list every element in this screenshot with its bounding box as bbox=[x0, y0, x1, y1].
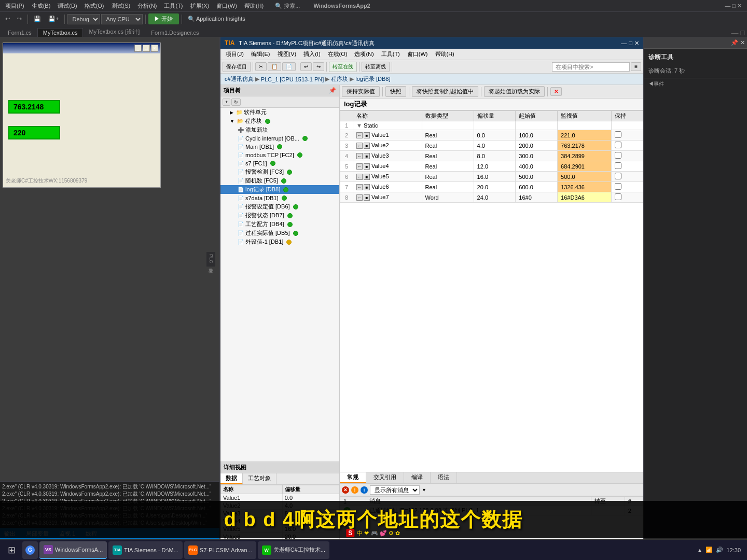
row-type-btn-6[interactable]: ■ bbox=[364, 184, 370, 190]
s-menu-view[interactable]: 视图(V) bbox=[274, 49, 300, 59]
s-more-btn[interactable]: ≡ bbox=[631, 62, 641, 71]
db-cell-name[interactable]: ← ■ Value1 bbox=[353, 130, 422, 141]
menu-analyze[interactable]: 分析(N) bbox=[134, 1, 160, 11]
menu-window[interactable]: 窗口(W) bbox=[213, 1, 240, 11]
tree-log[interactable]: 📄 log记录 [DB8] bbox=[220, 185, 339, 194]
debug-config-select[interactable]: Debug bbox=[67, 14, 100, 24]
db-cell-name[interactable]: ← ■ Value5 bbox=[353, 172, 422, 182]
tab-mytextboxcs-design[interactable]: MyTextbox.cs [设计] bbox=[83, 26, 145, 37]
s-menu-edit[interactable]: 编辑(E) bbox=[248, 49, 273, 59]
row-arrow-btn-6[interactable]: ← bbox=[356, 184, 363, 190]
bottom-tab-compile[interactable]: 编译 bbox=[404, 472, 431, 483]
menu-project[interactable]: 项目(P) bbox=[2, 1, 27, 11]
row-type-btn-4[interactable]: ■ bbox=[364, 163, 370, 170]
systray-up-arrow[interactable]: ▲ bbox=[697, 547, 703, 553]
start-button[interactable]: ⊞ bbox=[2, 541, 21, 559]
db-cell-name[interactable]: ← ■ Value6 bbox=[353, 182, 422, 192]
go-offline-btn[interactable]: 转至离线 bbox=[362, 62, 390, 72]
s-cut-btn[interactable]: ✂ bbox=[255, 62, 267, 71]
diag-pin-btn[interactable]: 📌 bbox=[731, 39, 738, 46]
tree-program-block[interactable]: ▼ 📂 程序块 bbox=[220, 117, 339, 125]
tab-form1designer[interactable]: Form1.Designer.cs bbox=[145, 28, 204, 37]
keep-checkbox-6[interactable] bbox=[615, 183, 621, 190]
tree-add-block[interactable]: ➕ 添加新块 bbox=[220, 125, 339, 134]
db-cell-name[interactable]: ← ■ Value4 bbox=[353, 161, 422, 172]
cpu-select[interactable]: Any CPU bbox=[101, 14, 143, 24]
tree-cyclic[interactable]: 📄 Cyclic interrupt [OB... bbox=[220, 134, 339, 143]
row-arrow-btn[interactable]: ← bbox=[356, 132, 363, 138]
db-cell-name[interactable]: ← ■ Value3 bbox=[353, 151, 422, 161]
s-paste-btn[interactable]: 📄 bbox=[282, 62, 296, 71]
s-menu-online[interactable]: 在线(O) bbox=[325, 49, 351, 59]
menu-tools[interactable]: 工具(T) bbox=[161, 1, 186, 11]
row-arrow-btn-4[interactable]: ← bbox=[356, 163, 363, 170]
menu-format[interactable]: 格式(O) bbox=[81, 1, 107, 11]
tree-recipe[interactable]: 📄 工艺配方 [DB4] bbox=[220, 220, 339, 229]
row-arrow-btn-5[interactable]: ← bbox=[356, 174, 363, 180]
breadcrumb-item-4[interactable]: log记录 [DB8] bbox=[355, 75, 390, 83]
db-cell-name[interactable]: ← ■ Value7 bbox=[353, 192, 422, 203]
tab-mytextboxcs[interactable]: MyTextbox.cs bbox=[37, 28, 84, 37]
tree-peripheral[interactable]: 📄 外设值-1 [DB1] bbox=[220, 237, 339, 246]
diag-close-btn[interactable]: ✕ bbox=[740, 39, 745, 46]
s-undo-btn[interactable]: ↩ bbox=[300, 62, 312, 71]
taskbar-siemens[interactable]: TIA TIA Siemens - D:\M... bbox=[108, 541, 183, 559]
menu-extensions[interactable]: 扩展(X) bbox=[187, 1, 213, 11]
s-menu-project[interactable]: 项目(J) bbox=[223, 49, 247, 59]
tree-software-unit[interactable]: ▶ 📁 软件单元 bbox=[220, 108, 339, 117]
row-arrow-btn-7[interactable]: ← bbox=[356, 194, 363, 201]
bottom-tab-syntax[interactable]: 语法 bbox=[431, 472, 457, 483]
s-redo-btn[interactable]: ↪ bbox=[313, 62, 324, 71]
row-type-btn-2[interactable]: ■ bbox=[364, 143, 370, 149]
tree-s7[interactable]: 📄 s7 [FC1] bbox=[220, 159, 339, 167]
tree-process-actual[interactable]: 📄 过程实际值 [DB5] bbox=[220, 229, 339, 237]
s-menu-tools[interactable]: 工具(T) bbox=[378, 49, 403, 59]
save-btn[interactable]: 💾 bbox=[31, 14, 44, 24]
bottom-tab-general[interactable]: 常规 bbox=[340, 472, 366, 483]
tree-expand-software[interactable]: ▶ bbox=[230, 110, 233, 115]
redo-btn[interactable]: ↪ bbox=[14, 14, 25, 24]
db-cell-name[interactable]: ← ■ Value2 bbox=[353, 141, 422, 151]
tree-pin-btn[interactable]: 📌 bbox=[329, 87, 336, 94]
tab-form1cs[interactable]: Form1.cs bbox=[2, 28, 37, 37]
save-all-btn[interactable]: 💾+ bbox=[45, 14, 62, 24]
tree-add-btn[interactable]: + bbox=[223, 99, 230, 106]
row-type-btn-5[interactable]: ■ bbox=[364, 174, 370, 180]
detail-tab-tech[interactable]: 工艺对象 bbox=[243, 473, 276, 484]
taskbar-plcsim[interactable]: PLC S7-PLCSIM Advan... bbox=[184, 541, 256, 559]
detail-tab-data[interactable]: 数据 bbox=[220, 473, 243, 484]
start-btn[interactable]: ▶ 开始 bbox=[148, 13, 178, 24]
row-arrow-btn-2[interactable]: ← bbox=[356, 143, 363, 149]
breadcrumb-item-2[interactable]: PLC_1 [CPU 1513-1 PN] bbox=[261, 76, 324, 82]
taskbar-wechat[interactable]: W 关老师C#工控技术... bbox=[258, 541, 329, 559]
s-menu-help[interactable]: 帮助(H) bbox=[432, 49, 458, 59]
s-menu-window[interactable]: 窗口(W) bbox=[404, 49, 431, 59]
menu-build[interactable]: 生成(B) bbox=[29, 1, 54, 11]
keep-checkbox-4[interactable] bbox=[615, 162, 621, 169]
db-close-btn[interactable]: ✕ bbox=[550, 87, 562, 96]
tree-alarm-state[interactable]: 📄 报警状态 [DB7] bbox=[220, 211, 339, 220]
row-arrow-btn-3[interactable]: ← bbox=[356, 153, 363, 159]
app-insights-btn[interactable]: 🔍 Application Insights bbox=[185, 15, 248, 23]
row-type-btn[interactable]: ■ bbox=[364, 132, 370, 138]
s-menu-insert[interactable]: 插入(I) bbox=[300, 49, 323, 59]
db-keep-actual-btn[interactable]: 保持实际值 bbox=[342, 86, 380, 97]
db-snapshot-btn[interactable]: 快照 bbox=[385, 86, 406, 97]
tree-modbus[interactable]: 📄 modbus TCP [FC2] bbox=[220, 151, 339, 159]
minimize-btn[interactable]: _ bbox=[134, 45, 142, 52]
keep-checkbox-2[interactable] bbox=[615, 142, 621, 148]
restore-btn[interactable]: □ bbox=[143, 45, 150, 52]
close-btn[interactable]: ✕ bbox=[151, 45, 158, 52]
s-save-btn[interactable]: 保存项目 bbox=[223, 62, 251, 72]
go-online-btn[interactable]: 转至在线 bbox=[329, 62, 357, 72]
db-load-initial-btn[interactable]: 将起始值加载为实际 bbox=[484, 86, 545, 97]
tree-alarm[interactable]: 📄 报警检测 [FC3] bbox=[220, 167, 339, 176]
menu-test[interactable]: 测试(S) bbox=[108, 1, 134, 11]
tree-refresh-btn[interactable]: ↻ bbox=[231, 99, 241, 106]
taskbar-vs[interactable]: VS WindowsFormsA... bbox=[39, 541, 107, 559]
keep-checkbox-1[interactable] bbox=[615, 131, 621, 138]
breadcrumb-item-3[interactable]: 程序块 bbox=[331, 75, 348, 83]
tree-alarm-setval[interactable]: 📄 报警设定值 [DB6] bbox=[220, 202, 339, 211]
tree-expand-program[interactable]: ▼ bbox=[230, 119, 234, 124]
row-type-btn-7[interactable]: ■ bbox=[364, 194, 370, 201]
